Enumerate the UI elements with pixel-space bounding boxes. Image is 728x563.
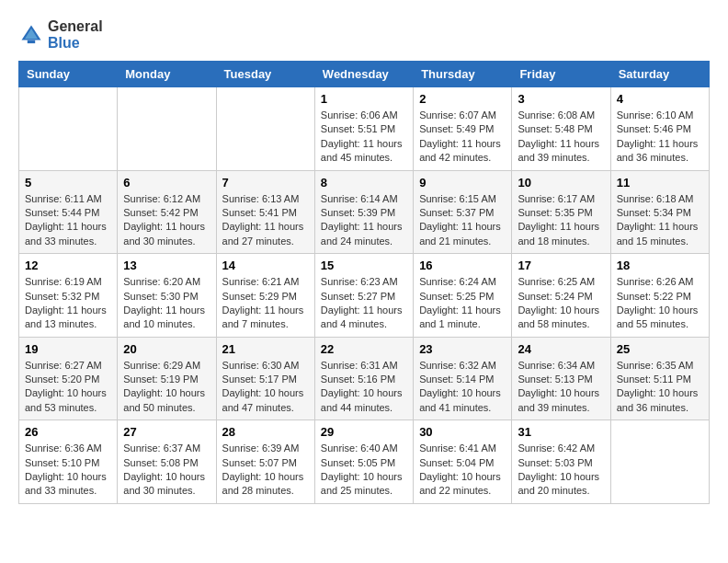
day-number: 27	[123, 425, 210, 439]
day-number: 4	[617, 92, 703, 106]
day-info-line: Sunrise: 6:29 AM	[123, 359, 210, 373]
weekday-thursday: Thursday	[414, 62, 512, 87]
weekday-sunday: Sunday	[19, 62, 118, 87]
week-row-2: 5Sunrise: 6:11 AMSunset: 5:44 PMDaylight…	[19, 170, 710, 254]
day-number: 30	[419, 425, 506, 439]
calendar-cell: 25Sunrise: 6:35 AMSunset: 5:11 PMDayligh…	[610, 337, 709, 420]
day-info-line: Sunset: 5:16 PM	[321, 373, 407, 386]
day-info-line: Sunrise: 6:14 AM	[321, 192, 407, 206]
weekday-monday: Monday	[118, 62, 216, 87]
calendar-cell: 3Sunrise: 6:08 AMSunset: 5:48 PMDaylight…	[512, 87, 610, 171]
day-number: 16	[419, 259, 506, 272]
calendar-cell: 15Sunrise: 6:23 AMSunset: 5:27 PMDayligh…	[314, 254, 413, 338]
day-number: 11	[617, 176, 703, 190]
day-number: 18	[617, 259, 703, 272]
calendar-cell: 5Sunrise: 6:11 AMSunset: 5:44 PMDaylight…	[19, 170, 118, 254]
logo-general: General	[48, 18, 103, 34]
day-number: 19	[25, 342, 111, 356]
day-info-line: Sunset: 5:29 PM	[222, 290, 309, 304]
day-info-line: Sunset: 5:11 PM	[617, 373, 703, 386]
day-info-line: Sunset: 5:35 PM	[518, 206, 604, 220]
day-number: 1	[321, 92, 407, 106]
day-info-line: Sunrise: 6:07 AM	[419, 109, 506, 122]
calendar-cell: 31Sunrise: 6:42 AMSunset: 5:03 PMDayligh…	[512, 420, 610, 504]
day-number: 28	[222, 425, 309, 439]
day-info-line: Sunrise: 6:19 AM	[25, 275, 111, 289]
calendar-cell	[610, 420, 709, 504]
week-row-1: 1Sunrise: 6:06 AMSunset: 5:51 PMDaylight…	[19, 87, 710, 171]
day-info-line: Sunset: 5:48 PM	[518, 122, 604, 136]
calendar-cell: 13Sunrise: 6:20 AMSunset: 5:30 PMDayligh…	[118, 254, 216, 338]
calendar-cell: 1Sunrise: 6:06 AMSunset: 5:51 PMDaylight…	[314, 87, 413, 171]
day-info-line: Sunset: 5:51 PM	[321, 122, 407, 136]
day-info-line: Sunrise: 6:24 AM	[419, 275, 506, 289]
day-info-line: Daylight: 11 hours and 30 minutes.	[123, 220, 210, 248]
weekday-saturday: Saturday	[610, 62, 709, 87]
day-info-line: Daylight: 11 hours and 4 minutes.	[321, 304, 407, 332]
day-info-line: Daylight: 11 hours and 1 minute.	[419, 304, 506, 332]
day-number: 3	[518, 92, 604, 106]
day-number: 9	[419, 176, 506, 190]
calendar-cell: 8Sunrise: 6:14 AMSunset: 5:39 PMDaylight…	[314, 170, 413, 254]
day-info-line: Daylight: 11 hours and 13 minutes.	[25, 304, 111, 332]
day-info-line: Sunset: 5:20 PM	[25, 373, 111, 386]
logo-blue: Blue	[48, 35, 80, 51]
day-number: 8	[321, 176, 407, 190]
day-info-line: Daylight: 10 hours and 36 minutes.	[617, 386, 703, 415]
calendar-cell: 26Sunrise: 6:36 AMSunset: 5:10 PMDayligh…	[19, 420, 118, 504]
weekday-header-row: Sunday Monday Tuesday Wednesday Thursday…	[19, 62, 710, 87]
day-info-line: Sunrise: 6:27 AM	[25, 359, 111, 373]
day-info-line: Sunrise: 6:20 AM	[123, 275, 210, 289]
day-info-line: Sunset: 5:04 PM	[419, 456, 506, 470]
day-info-line: Daylight: 11 hours and 15 minutes.	[617, 220, 703, 248]
day-number: 25	[617, 342, 703, 356]
day-info-line: Daylight: 10 hours and 28 minutes.	[222, 470, 309, 499]
day-info-line: Sunset: 5:14 PM	[419, 373, 506, 386]
calendar-cell: 16Sunrise: 6:24 AMSunset: 5:25 PMDayligh…	[414, 254, 512, 338]
day-info-line: Sunset: 5:27 PM	[321, 290, 407, 304]
day-info-line: Sunrise: 6:36 AM	[25, 442, 111, 455]
day-number: 10	[518, 176, 604, 190]
day-number: 2	[419, 92, 506, 106]
day-info-line: Daylight: 10 hours and 25 minutes.	[321, 470, 407, 499]
day-info-line: Sunrise: 6:31 AM	[321, 359, 407, 373]
day-info-line: Sunset: 5:39 PM	[321, 206, 407, 220]
calendar-cell: 22Sunrise: 6:31 AMSunset: 5:16 PMDayligh…	[314, 337, 413, 420]
day-info-line: Daylight: 10 hours and 39 minutes.	[518, 386, 604, 415]
day-info-line: Sunset: 5:46 PM	[617, 122, 703, 136]
day-number: 7	[222, 176, 309, 190]
day-info-line: Sunrise: 6:15 AM	[419, 192, 506, 206]
svg-rect-2	[28, 40, 35, 44]
calendar-cell: 18Sunrise: 6:26 AMSunset: 5:22 PMDayligh…	[610, 254, 709, 338]
day-info-line: Sunset: 5:32 PM	[25, 290, 111, 304]
day-info-line: Daylight: 10 hours and 41 minutes.	[419, 386, 506, 415]
day-info-line: Sunrise: 6:17 AM	[518, 192, 604, 206]
day-info-line: Sunset: 5:24 PM	[518, 290, 604, 304]
calendar-cell: 6Sunrise: 6:12 AMSunset: 5:42 PMDaylight…	[118, 170, 216, 254]
day-info-line: Sunrise: 6:26 AM	[617, 275, 703, 289]
day-info-line: Daylight: 11 hours and 39 minutes.	[518, 137, 604, 166]
day-info-line: Daylight: 10 hours and 30 minutes.	[123, 470, 210, 499]
week-row-4: 19Sunrise: 6:27 AMSunset: 5:20 PMDayligh…	[19, 337, 710, 420]
day-info-line: Sunrise: 6:12 AM	[123, 192, 210, 206]
day-number: 17	[518, 259, 604, 272]
calendar-cell: 23Sunrise: 6:32 AMSunset: 5:14 PMDayligh…	[414, 337, 512, 420]
calendar-cell: 21Sunrise: 6:30 AMSunset: 5:17 PMDayligh…	[216, 337, 314, 420]
calendar-cell: 24Sunrise: 6:34 AMSunset: 5:13 PMDayligh…	[512, 337, 610, 420]
day-info-line: Daylight: 10 hours and 20 minutes.	[518, 470, 604, 499]
calendar-cell	[118, 87, 216, 171]
day-info-line: Sunrise: 6:37 AM	[123, 442, 210, 455]
day-info-line: Sunrise: 6:39 AM	[222, 442, 309, 455]
day-info-line: Sunrise: 6:25 AM	[518, 275, 604, 289]
day-info-line: Sunset: 5:19 PM	[123, 373, 210, 386]
day-number: 29	[321, 425, 407, 439]
day-number: 21	[222, 342, 309, 356]
day-info-line: Sunrise: 6:10 AM	[617, 109, 703, 122]
day-info-line: Sunset: 5:07 PM	[222, 456, 309, 470]
day-info-line: Daylight: 10 hours and 22 minutes.	[419, 470, 506, 499]
weekday-wednesday: Wednesday	[314, 62, 413, 87]
day-info-line: Sunset: 5:41 PM	[222, 206, 309, 220]
day-info-line: Sunrise: 6:21 AM	[222, 275, 309, 289]
day-info-line: Sunrise: 6:18 AM	[617, 192, 703, 206]
day-info-line: Daylight: 10 hours and 47 minutes.	[222, 386, 309, 415]
